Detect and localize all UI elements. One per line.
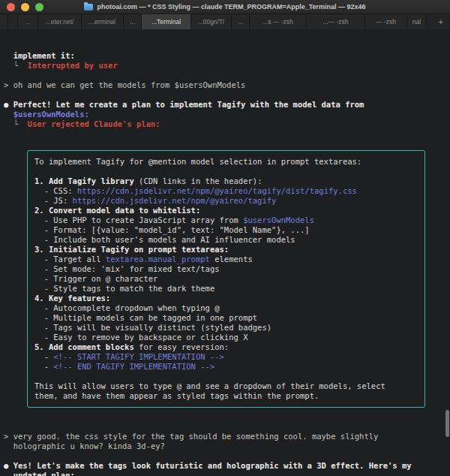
tab-label: .. (26, 18, 30, 26)
terminal-line: $usersOwnModels: (4, 110, 446, 119)
text-segment: To implement Tagify for @mention model s… (34, 157, 362, 166)
text-segment: https://cdn.jsdelivr.net/npm/@yaireo/tag… (77, 186, 357, 195)
text-segment: - (34, 362, 53, 371)
terminal-output-top: implement it: └ Interrupted by user > oh… (4, 51, 446, 129)
text-segment: - Use PHP to create JavaScript array fro… (34, 215, 243, 224)
terminal-line (4, 90, 446, 100)
text-segment: - Format: [{value: "model_id", text: "Mo… (34, 225, 310, 234)
terminal-line: them, and have them appear as styled tag… (34, 391, 418, 401)
terminal-line: - Include both user's models and AI infl… (34, 235, 418, 245)
text-segment: https://cdn.jsdelivr.net/npm/@yaireo/tag… (73, 196, 277, 205)
tab-10[interactable]: ...— -zsh (307, 14, 365, 29)
terminal-line: └ User rejected Claude's plan: (4, 119, 446, 129)
terminal-line: - Trigger on @ character (34, 274, 418, 284)
terminal-line: - Set mode: 'mix' for mixed text/tags (34, 264, 418, 274)
tab-9[interactable]: ...s — -zsh (250, 14, 307, 29)
text-segment: (CDN links in the header): (134, 176, 262, 185)
terminal-line: holographic u know? kinda 3d-ey? (4, 441, 446, 451)
scrollbar-thumb[interactable] (446, 410, 449, 437)
tab-3[interactable]: ...eter.net/ (38, 14, 82, 29)
plan-box: To implement Tagify for @mention model s… (27, 150, 425, 408)
tab-7[interactable]: ...00gn/T/ (191, 14, 232, 29)
terminal-output-mid: > very good. the css style for the tag s… (4, 432, 446, 476)
terminal-line: - Multiple models can be tagged in one p… (34, 313, 418, 323)
tab-12[interactable]: nal (407, 14, 427, 29)
terminal-line: ● Yes! Let's make the tags look futurist… (4, 461, 446, 471)
text-segment: └ (4, 61, 28, 70)
text-segment: 4. Key features: (34, 294, 110, 303)
folder-icon (84, 4, 93, 11)
text-segment: $usersOwnModels (243, 215, 314, 224)
text-segment: <!-- END TAGIFY IMPLEMENTATION --> (53, 362, 214, 371)
text-segment: - Style tags to match the dark theme (34, 284, 214, 293)
text-segment: - Autocomplete dropdown when typing @ (34, 303, 220, 312)
text-segment: - Tags will be visually distinct (styled… (34, 323, 272, 332)
terminal-line: - CSS: https://cdn.jsdelivr.net/npm/@yai… (34, 186, 418, 196)
traffic-lights (7, 3, 44, 11)
text-segment: - Include both user's models and AI infl… (34, 235, 296, 244)
text-segment: them, and have them appear as styled tag… (34, 391, 319, 400)
text-segment: <!-- START TAGIFY IMPLEMENTATION --> (53, 352, 224, 361)
tab-1[interactable] (8, 14, 18, 29)
terminal-line (4, 71, 446, 80)
text-segment: > very good. the css style for the tag s… (4, 432, 378, 441)
terminal-line: updated plan: (4, 471, 446, 476)
terminal-content[interactable]: implement it: └ Interrupted by user > oh… (0, 29, 450, 476)
tab-label: ...00gn/T/ (198, 18, 225, 26)
terminal-line: 4. Key features: (34, 294, 418, 303)
terminal-line: - Easy to remove by backspace or clickin… (34, 333, 418, 342)
text-segment: └ (4, 119, 28, 128)
text-segment: for easy reversion: (134, 342, 229, 351)
terminal-line: This will allow users to type @ and see … (34, 381, 418, 391)
tab-11[interactable]: — -zsh (365, 14, 407, 29)
close-button[interactable] (7, 3, 15, 11)
text-segment: - Trigger on @ character (34, 274, 158, 283)
terminal-line: To implement Tagify for @mention model s… (34, 157, 418, 167)
text-segment: User rejected Claude's plan: (28, 119, 160, 128)
tab-scroll-area: .....eter.net/...erminal......Terminal..… (0, 14, 432, 29)
text-segment: 2. Convert model data to whitelist: (34, 206, 200, 215)
terminal-line: - Style tags to match the dark theme (34, 284, 418, 294)
terminal-line: - Format: [{value: "model_id", text: "Mo… (34, 225, 418, 235)
text-segment: - Set mode: 'mix' for mixed text/tags (34, 264, 220, 273)
terminal-line (34, 372, 418, 381)
text-segment: implement it: (4, 51, 75, 60)
minimize-button[interactable] (21, 3, 29, 11)
tab-6[interactable]: ...Terminal (142, 14, 191, 29)
title-bar: photoai.com — * CSS Styling — claude TER… (0, 0, 450, 14)
text-segment: - (34, 352, 53, 361)
tab-8[interactable]: ... (232, 14, 250, 29)
text-segment: - Multiple models can be tagged in one p… (34, 313, 257, 322)
terminal-line: 3. Initialize Tagify on prompt textareas… (34, 245, 418, 255)
tab-0[interactable] (0, 14, 8, 29)
terminal-line: - <!-- END TAGIFY IMPLEMENTATION --> (34, 362, 418, 372)
zoom-button[interactable] (35, 3, 44, 11)
tab-label: — -zsh (376, 18, 396, 26)
text-segment: Interrupted by user (28, 61, 118, 70)
tab-2[interactable]: .. (18, 14, 38, 29)
text-segment: updated plan: (4, 471, 75, 476)
text-segment: $usersOwnModels: (4, 110, 89, 119)
window-title: photoai.com — * CSS Styling — claude TER… (97, 3, 365, 11)
terminal-line: 1. Add Tagify library (CDN links in the … (34, 176, 418, 186)
text-segment: - CSS: (34, 186, 77, 195)
tab-label: ... (238, 18, 243, 26)
tab-4[interactable]: ...erminal (82, 14, 124, 29)
text-segment: ● Perfect! Let me create a plan to imple… (4, 100, 364, 109)
tab-bar: .....eter.net/...erminal......Terminal..… (0, 14, 450, 30)
text-segment: - JS: (34, 196, 73, 205)
new-tab-button[interactable]: + (432, 14, 450, 29)
terminal-line: > very good. the css style for the tag s… (4, 432, 446, 441)
terminal-line: 5. Add comment blocks for easy reversion… (34, 342, 418, 352)
terminal-line: - Tags will be visually distinct (styled… (34, 323, 418, 333)
terminal-line: └ Interrupted by user (4, 61, 446, 71)
text-segment: textarea.manual_prompt (106, 255, 210, 264)
text-segment: - Easy to remove by backspace or clickin… (34, 333, 248, 342)
text-segment: ● Yes! Let's make the tags look futurist… (4, 461, 412, 470)
tab-5[interactable]: ... (124, 14, 142, 29)
tab-label: ...erminal (89, 18, 116, 26)
tab-label: nal (412, 18, 421, 26)
tab-label: ... (130, 18, 135, 26)
text-segment: 3. Initialize Tagify on prompt textareas… (34, 245, 229, 254)
text-segment: holographic u know? kinda 3d-ey? (4, 441, 165, 450)
